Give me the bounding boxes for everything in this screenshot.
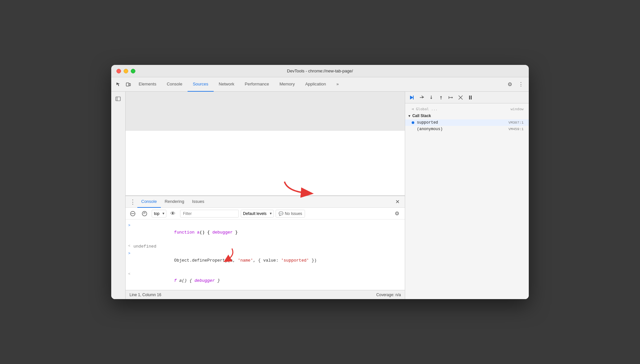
svg-rect-1 — [129, 83, 130, 86]
coverage-status: Coverage: n/a — [376, 293, 401, 297]
tab-performance[interactable]: Performance — [239, 77, 274, 92]
traffic-lights — [116, 69, 135, 73]
settings-button[interactable]: ⚙ — [505, 80, 514, 89]
call-stack-name-supported: supported — [417, 120, 509, 125]
debugger-toolbar — [405, 92, 529, 103]
tab-memory[interactable]: Memory — [274, 77, 300, 92]
tab-elements[interactable]: Elements — [133, 77, 161, 92]
call-stack-title: Call Stack — [412, 114, 431, 118]
svg-marker-11 — [423, 97, 424, 98]
console-tabs: ⋮ Console Rendering Issues ✕ — [126, 196, 405, 208]
cursor-position: Line 1, Column 16 — [130, 293, 161, 297]
console-close-button[interactable]: ✕ — [393, 197, 402, 206]
call-stack-item-anonymous[interactable]: (anonymous) VM459:1 — [405, 126, 529, 132]
svg-marker-14 — [430, 98, 432, 99]
svg-rect-10 — [413, 96, 414, 99]
step-over-button[interactable] — [418, 94, 425, 101]
maximize-button[interactable] — [131, 69, 135, 73]
tab-sources[interactable]: Sources — [188, 77, 214, 92]
devtools-body: Line 1, Column 16 Coverage: n/a ⋮ Consol… — [111, 92, 529, 299]
pause-on-exceptions-button[interactable] — [466, 94, 474, 101]
console-section: ⋮ Console Rendering Issues ✕ — [126, 195, 405, 290]
window-title: DevTools - chrome://new-tab-page/ — [287, 68, 353, 73]
call-stack-header[interactable]: ▼ Call Stack — [405, 112, 529, 119]
tab-list: Elements Console Sources Network Perform… — [133, 77, 505, 92]
debugger-panel: ⊲ Global ... window ▼ Call Stack support… — [405, 92, 529, 299]
console-tab-console[interactable]: Console — [137, 196, 161, 208]
console-filter-input[interactable] — [180, 210, 239, 218]
show-live-expressions-button[interactable]: 👁 — [168, 209, 177, 218]
console-code-1: function a() { debugger } — [133, 223, 402, 242]
svg-rect-22 — [469, 96, 470, 99]
devtools-tabbar: Elements Console Sources Network Perform… — [111, 77, 529, 92]
device-toolbar-button[interactable] — [124, 80, 133, 89]
tab-more[interactable]: » — [331, 77, 344, 92]
issues-icon: 💬 — [279, 211, 283, 216]
console-tab-rendering[interactable]: Rendering — [161, 196, 188, 208]
step-into-button[interactable] — [427, 94, 435, 101]
console-clear-button[interactable] — [128, 209, 137, 218]
svg-rect-0 — [126, 83, 129, 86]
sources-sidebar-toggle — [111, 92, 126, 299]
output-arrow-2: < — [128, 243, 133, 249]
call-stack-triangle: ▼ — [408, 114, 411, 118]
output-arrow-4: < — [128, 271, 133, 277]
call-stack-area: ⊲ Global ... window ▼ Call Stack support… — [405, 103, 529, 299]
deactivate-breakpoints-button[interactable] — [457, 94, 465, 101]
no-issues-button[interactable]: 💬 No Issues — [276, 210, 305, 218]
svg-marker-16 — [440, 96, 442, 97]
context-selector[interactable]: top — [152, 210, 166, 218]
more-options-button[interactable]: ⋮ — [516, 80, 526, 89]
console-code-4: f a() { debugger } — [133, 271, 402, 290]
console-menu-button[interactable]: ⋮ — [128, 197, 137, 206]
console-filter-icon[interactable] — [140, 209, 149, 218]
input-arrow-1: > — [128, 223, 133, 228]
call-stack-name-anonymous: (anonymous) — [412, 127, 509, 131]
tab-console[interactable]: Console — [161, 77, 188, 92]
titlebar: DevTools - chrome://new-tab-page/ — [111, 65, 529, 77]
status-bar: Line 1, Column 16 Coverage: n/a — [126, 290, 405, 299]
console-line-3: > Object.defineProperty(a, 'name', { val… — [126, 250, 405, 271]
console-toolbar: top ▼ 👁 Default levels ▼ — [126, 208, 405, 220]
close-button[interactable] — [116, 69, 121, 73]
console-code-3: Object.defineProperty(a, 'name', { value… — [133, 251, 402, 270]
console-output: > function a() { debugger } < undefined — [126, 220, 405, 290]
sources-code-area — [126, 92, 405, 131]
console-line-2: < undefined — [126, 243, 405, 250]
svg-rect-23 — [471, 96, 472, 99]
console-tab-issues[interactable]: Issues — [188, 196, 208, 208]
tab-application[interactable]: Application — [300, 77, 331, 92]
svg-rect-2 — [116, 97, 120, 101]
console-line-4: < f a() { debugger } — [126, 271, 405, 290]
devtools-extra-icons: ⚙ ⋮ — [505, 80, 526, 89]
svg-marker-9 — [410, 96, 413, 99]
paused-context-row: ⊲ Global ... window — [405, 106, 529, 112]
inspect-element-button[interactable] — [114, 80, 123, 89]
context-selector-wrapper: top ▼ — [152, 210, 166, 218]
svg-marker-18 — [452, 97, 453, 99]
call-stack-location-anonymous: VM459:1 — [509, 127, 524, 131]
toggle-sidebar-button[interactable] — [114, 94, 123, 103]
step-out-button[interactable] — [437, 94, 445, 101]
log-levels-wrapper: Default levels ▼ — [241, 210, 274, 218]
sources-main-panel: Line 1, Column 16 Coverage: n/a ⋮ Consol… — [126, 92, 405, 299]
log-levels-selector[interactable]: Default levels — [241, 210, 274, 218]
call-stack-item-supported[interactable]: supported VM307:1 — [405, 119, 529, 126]
no-issues-label: No Issues — [285, 211, 302, 216]
minimize-button[interactable] — [124, 69, 128, 73]
console-code-2: undefined — [133, 243, 402, 250]
devtools-container: Elements Console Sources Network Perform… — [111, 77, 529, 299]
input-arrow-3: > — [128, 251, 133, 256]
step-button[interactable] — [447, 94, 455, 101]
console-line-1: > function a() { debugger } — [126, 222, 405, 243]
devtools-window: DevTools - chrome://new-tab-page/ Elemen… — [111, 65, 529, 299]
active-frame-indicator — [412, 121, 414, 124]
resume-button[interactable] — [408, 94, 416, 101]
tab-network[interactable]: Network — [214, 77, 240, 92]
eye-icon: 👁 — [170, 211, 175, 217]
call-stack-location-supported: VM307:1 — [509, 121, 524, 125]
console-settings-button[interactable]: ⚙ — [392, 209, 402, 218]
